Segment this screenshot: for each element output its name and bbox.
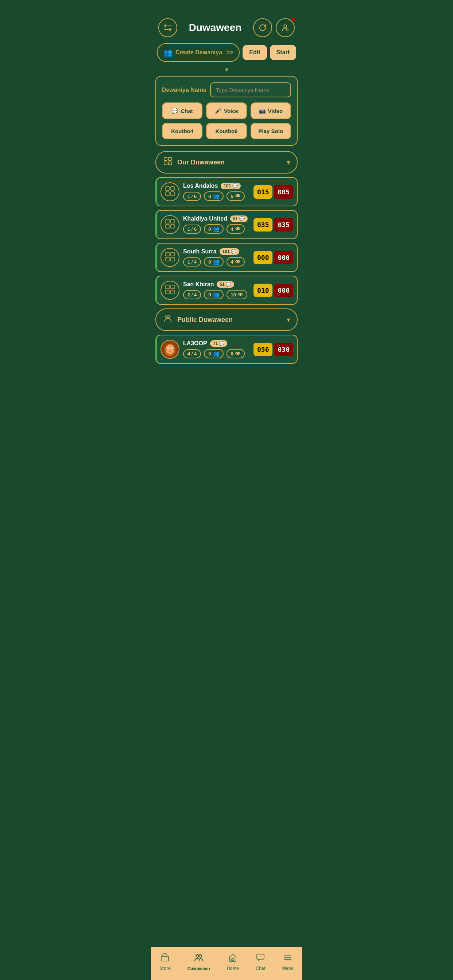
mode-koutbo4-button[interactable]: Koutbo4 xyxy=(162,123,203,139)
svg-rect-31 xyxy=(161,956,169,961)
svg-point-33 xyxy=(199,955,201,958)
duwaween-section-icon xyxy=(163,156,173,169)
duwaween-nav-label: Duwaween xyxy=(187,966,210,971)
watchers-stat: 10 👁 xyxy=(226,290,247,299)
mode-koutbo6-button[interactable]: Koutbo6 xyxy=(206,123,247,139)
swap-button[interactable] xyxy=(158,18,177,37)
groups-stat: 0 👥 xyxy=(204,290,223,299)
svg-rect-4 xyxy=(164,162,167,165)
home-label: Home xyxy=(227,966,239,971)
room-name-row: South Surra 101 💬 xyxy=(183,248,250,255)
avatar-icon xyxy=(165,186,175,198)
room-card[interactable]: South Surra 101 💬 1 / 4 0 👥 4 � xyxy=(155,243,298,272)
chat-nav-label: Chat xyxy=(256,966,266,971)
expand-chevron[interactable]: ▾ xyxy=(151,65,302,76)
room-scores: 015 005 xyxy=(254,185,293,199)
room-name-row: San Khiran 51 💬 xyxy=(183,281,250,288)
mode-voice-button[interactable]: 🎤 Voice xyxy=(206,102,247,119)
score-red: 030 xyxy=(274,343,293,356)
avatar-icon xyxy=(165,285,175,296)
groups-icon: 👥 xyxy=(213,193,219,199)
svg-rect-21 xyxy=(171,290,174,294)
koutbo4-label: Koutbo4 xyxy=(171,128,193,134)
eye-icon: 👁 xyxy=(235,351,240,356)
dewaniya-name-input[interactable] xyxy=(210,83,291,97)
settings-button[interactable] xyxy=(276,18,295,37)
groups-stat: 0 👥 xyxy=(204,257,223,267)
store-icon xyxy=(160,953,170,964)
our-duwaween-header[interactable]: Our Duwaween ▾ xyxy=(155,151,298,173)
public-duwaween-header[interactable]: Public Duwaween ▾ xyxy=(155,309,298,331)
create-label: Create Dewaniya xyxy=(175,49,222,56)
groups-icon: 👥 xyxy=(213,259,219,265)
mode-grid: 💬 Chat 🎤 Voice 📷 Video Koutbo4 Koutbo6 P… xyxy=(162,102,291,139)
groups-stat: 0 👥 xyxy=(204,191,223,201)
our-duwaween-chevron: ▾ xyxy=(287,158,290,167)
svg-rect-9 xyxy=(171,192,174,196)
players-stat: 1 / 6 xyxy=(183,192,201,201)
players-stat: 1 / 6 xyxy=(183,224,201,234)
nav-item-store[interactable]: Store xyxy=(155,951,175,972)
room-card[interactable]: Los Andalos 101 💬 1 / 6 0 👥 5 � xyxy=(155,177,298,206)
mode-video-button[interactable]: 📷 Video xyxy=(250,102,291,119)
svg-point-30 xyxy=(171,347,172,348)
svg-rect-14 xyxy=(166,252,169,256)
watchers-stat: 0 👁 xyxy=(226,349,245,358)
players-stat: 4 / 4 xyxy=(183,349,201,358)
avatar-icon xyxy=(165,219,175,231)
room-avatar xyxy=(161,281,179,300)
svg-rect-5 xyxy=(169,162,171,165)
svg-rect-18 xyxy=(166,285,169,289)
room-scores: 035 035 xyxy=(254,218,293,232)
header-right-buttons xyxy=(253,18,295,37)
room-name-row: LA3OOP 71 💬 xyxy=(183,340,250,347)
score-yellow: 000 xyxy=(254,251,273,264)
room-card[interactable]: San Khiran 51 💬 2 / 4 0 👥 10 👁 xyxy=(155,275,298,305)
room-card[interactable]: Khaldiya United 51 💬 1 / 6 0 👥 4 xyxy=(155,210,298,239)
score-red: 000 xyxy=(274,251,293,264)
svg-rect-10 xyxy=(166,220,169,223)
svg-rect-20 xyxy=(166,290,169,294)
our-duwaween-rooms: Los Andalos 101 💬 1 / 6 0 👥 5 � xyxy=(151,177,302,305)
refresh-button[interactable] xyxy=(253,18,272,37)
svg-rect-11 xyxy=(171,220,174,223)
create-dewaniya-button[interactable]: 👥 Create Dewaniya >> xyxy=(157,43,239,62)
nav-item-home[interactable]: Home xyxy=(222,951,243,972)
svg-rect-16 xyxy=(166,258,169,261)
mode-play-solo-button[interactable]: Play Solo xyxy=(250,123,291,139)
score-red: 005 xyxy=(274,185,293,199)
nav-item-chat[interactable]: Chat xyxy=(251,951,270,972)
mode-chat-button[interactable]: 💬 Chat xyxy=(162,102,203,119)
duwaween-nav-icon xyxy=(194,952,204,965)
menu-label: Menu xyxy=(282,966,293,971)
edit-button[interactable]: Edit xyxy=(242,45,266,60)
svg-point-32 xyxy=(196,955,198,958)
room-scores: 056 030 xyxy=(254,343,293,356)
form-name-label: Dewaniya Name xyxy=(162,87,206,93)
chat-count-badge: 71 💬 xyxy=(210,340,228,347)
bottom-nav: Store Duwaween Home Chat xyxy=(151,947,302,980)
watchers-stat: 4 👁 xyxy=(226,257,245,267)
svg-rect-6 xyxy=(166,187,169,190)
room-name-row: Los Andalos 101 💬 xyxy=(183,183,250,189)
svg-rect-7 xyxy=(171,187,174,190)
public-duwaween-chevron: ▾ xyxy=(287,315,290,324)
nav-item-duwaween[interactable]: Duwaween xyxy=(183,951,214,973)
room-stats-row: 4 / 4 0 👥 0 👁 xyxy=(183,349,250,358)
chat-icon: 💬 xyxy=(171,108,179,114)
chat-nav-icon xyxy=(256,953,265,964)
room-card[interactable]: LA3OOP 71 💬 4 / 4 0 👥 0 👁 xyxy=(155,335,298,364)
start-button[interactable]: Start xyxy=(270,45,296,60)
chat-count-badge: 51 💬 xyxy=(230,215,248,222)
watchers-stat: 5 👁 xyxy=(226,191,245,201)
svg-rect-8 xyxy=(166,192,169,196)
room-name: South Surra xyxy=(183,248,217,255)
room-info: South Surra 101 💬 1 / 4 0 👥 4 � xyxy=(183,248,250,267)
room-stats-row: 1 / 6 0 👥 5 👁 xyxy=(183,191,250,201)
score-red: 035 xyxy=(274,218,293,232)
room-scores: 000 000 xyxy=(254,251,293,264)
store-label: Store xyxy=(160,966,171,971)
room-name: San Khiran xyxy=(183,281,214,288)
eye-icon: 👁 xyxy=(238,292,243,298)
nav-item-menu[interactable]: Menu xyxy=(278,951,298,972)
